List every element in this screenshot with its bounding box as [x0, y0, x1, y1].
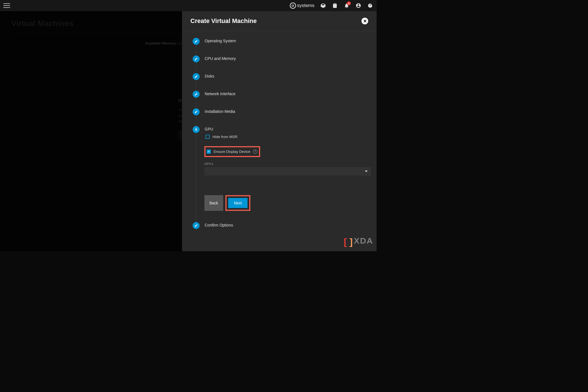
step-confirm[interactable]: Confirm Options: [193, 222, 371, 229]
ensure-display-checkbox-row[interactable]: Ensure Display Device ?: [204, 146, 260, 157]
user-icon[interactable]: [355, 3, 361, 9]
step-number-icon: 6: [193, 126, 200, 133]
checkbox-unchecked-icon[interactable]: [206, 135, 210, 139]
panel-body: Operating System CPU and Memory Disks Ne…: [182, 31, 377, 251]
next-button[interactable]: Next: [228, 198, 248, 208]
truenas-icon[interactable]: [320, 3, 326, 9]
next-highlight: Next: [225, 195, 250, 211]
step-label: Installation Media: [205, 108, 235, 114]
step-installation-media[interactable]: Installation Media: [193, 108, 371, 115]
step-disks[interactable]: Disks: [193, 73, 371, 80]
step-connector: [196, 41, 196, 226]
pencil-icon: [193, 108, 200, 115]
step-label: CPU and Memory: [205, 55, 236, 61]
brand-logo[interactable]: iX systems: [290, 3, 314, 9]
back-button[interactable]: Back: [204, 195, 223, 211]
step-label: Disks: [205, 73, 214, 78]
panel-title: Create Virtual Machine: [190, 17, 257, 25]
step-network[interactable]: Network Interface: [193, 91, 371, 98]
bracket-icon: [345, 236, 352, 245]
gpu-step-body: Hide from MSR Ensure Display Device ? GP…: [204, 132, 371, 176]
step-label: Confirm Options: [205, 222, 233, 227]
close-icon[interactable]: ✕: [361, 18, 368, 24]
hide-msr-checkbox-row[interactable]: Hide from MSR: [204, 132, 371, 141]
pencil-icon: [193, 55, 200, 62]
pencil-icon: [193, 38, 200, 45]
clipboard-icon[interactable]: [332, 3, 338, 9]
notification-badge: 1: [347, 1, 351, 5]
pencil-icon: [193, 73, 200, 80]
notifications-icon[interactable]: 1: [344, 3, 350, 9]
checkbox-label: Ensure Display Device: [214, 150, 250, 154]
step-cpu-memory[interactable]: CPU and Memory: [193, 55, 371, 62]
xda-watermark: XDA: [345, 236, 373, 246]
help-icon[interactable]: ?: [253, 150, 257, 154]
pencil-icon: [193, 91, 200, 98]
watermark-text: XDA: [354, 236, 373, 246]
gpus-dropdown[interactable]: [204, 167, 371, 176]
step-os[interactable]: Operating System: [193, 38, 371, 45]
menu-icon[interactable]: [3, 3, 10, 8]
brand-mark: iX: [290, 3, 296, 9]
stepper: Operating System CPU and Memory Disks Ne…: [193, 38, 371, 229]
gpus-field-label: GPU's: [204, 162, 371, 165]
pencil-icon: [193, 222, 200, 229]
create-vm-panel: Create Virtual Machine ✕ Operating Syste…: [182, 11, 377, 251]
step-label: GPU: [205, 126, 213, 131]
step-gpu[interactable]: 6 GPU: [193, 126, 371, 133]
checkbox-label: Hide from MSR: [213, 135, 237, 139]
checkbox-checked-icon[interactable]: [207, 150, 211, 154]
power-icon[interactable]: [367, 3, 373, 9]
panel-header: Create Virtual Machine ✕: [182, 11, 377, 31]
step-label: Operating System: [205, 38, 236, 43]
step-label: Network Interface: [205, 91, 235, 96]
top-bar: iX systems 1: [0, 0, 377, 11]
top-right-actions: iX systems 1: [290, 3, 373, 9]
wizard-buttons: Back Next: [204, 195, 371, 211]
chevron-down-icon: [365, 171, 368, 172]
brand-text: systems: [297, 3, 314, 8]
